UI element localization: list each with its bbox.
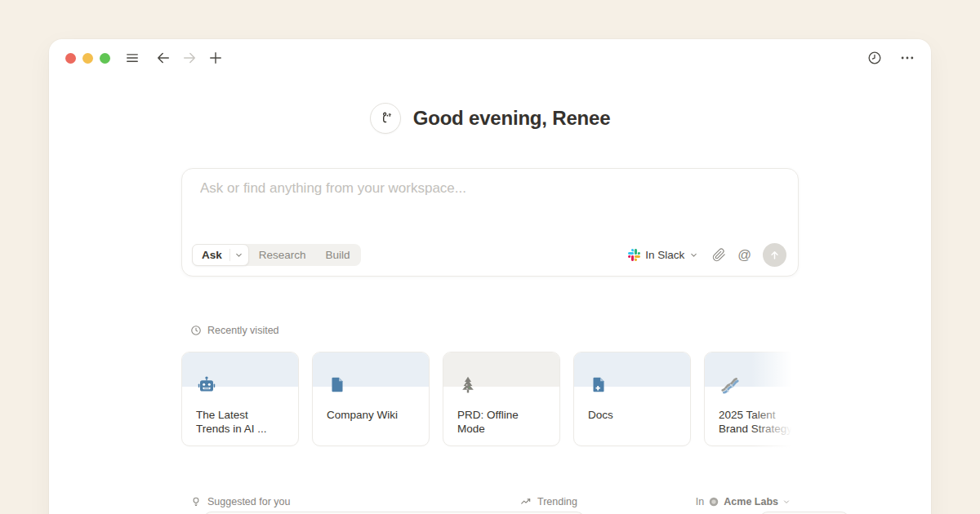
clock-icon: [190, 325, 202, 336]
page-title: Good evening, Renee: [413, 107, 611, 130]
card-company-wiki[interactable]: Company Wiki: [312, 352, 430, 446]
tree-icon: [458, 375, 478, 398]
ai-composer: Ask Research Build: [181, 168, 799, 277]
hamburger-menu-icon[interactable]: [123, 49, 141, 67]
composer-input[interactable]: [200, 180, 780, 233]
history-clock-icon[interactable]: [866, 49, 884, 67]
section-title: Recently visited: [207, 325, 279, 336]
composer-actions: In Slack @: [628, 243, 786, 267]
dna-icon: [719, 375, 741, 400]
card-title: Docs: [588, 409, 685, 423]
send-button[interactable]: [763, 243, 786, 267]
section-title: Trending: [537, 496, 577, 507]
trending-header: Trending: [520, 496, 577, 507]
composer-toolbar: Ask Research Build: [192, 243, 786, 267]
mode-build-button[interactable]: Build: [316, 244, 361, 266]
window-controls: [65, 53, 110, 64]
card-prd-offline-mode[interactable]: PRD: Offline Mode: [443, 352, 560, 446]
recently-visited-header: Recently visited: [190, 325, 279, 336]
workspace-name: Acme Labs: [724, 496, 778, 507]
mode-switcher: Ask Research Build: [192, 244, 361, 266]
mode-ask-button[interactable]: Ask: [192, 244, 249, 266]
close-window-button[interactable]: [65, 53, 76, 64]
workspace-badge-icon: [708, 496, 719, 507]
more-ellipsis-icon[interactable]: [898, 49, 916, 67]
minimize-window-button[interactable]: [82, 53, 93, 64]
chevron-down-icon: [689, 250, 698, 259]
context-source-selector[interactable]: In Slack: [628, 249, 698, 261]
document-plus-icon: [589, 375, 608, 398]
lightbulb-icon: [190, 496, 202, 507]
greeting-header: Good evening, Renee: [49, 103, 931, 134]
card-title: PRD: Offline Mode: [457, 409, 555, 436]
workspace-selector[interactable]: In Acme Labs: [696, 496, 791, 507]
robot-icon: [197, 375, 216, 398]
forward-arrow-icon[interactable]: [180, 49, 198, 67]
slack-icon: [628, 249, 640, 261]
card-2025-talent-brand-strategy[interactable]: 2025 Talent Brand Strategy: [704, 352, 799, 446]
card-title: Company Wiki: [327, 409, 424, 423]
attach-paperclip-icon[interactable]: [712, 248, 726, 262]
send-arrow-icon: [768, 249, 781, 261]
card-the-latest-trends-in-ai[interactable]: The Latest Trends in AI ...: [181, 352, 299, 446]
suggested-for-you-header: Suggested for you: [190, 496, 290, 507]
mode-research-button[interactable]: Research: [249, 244, 316, 266]
zoom-window-button[interactable]: [100, 53, 110, 64]
at-mention-icon[interactable]: @: [737, 247, 751, 263]
titlebar: [49, 39, 931, 77]
chevron-down-icon[interactable]: [230, 250, 248, 259]
recently-visited-cards: The Latest Trends in AI ... Company Wiki: [181, 352, 799, 448]
chevron-down-icon: [782, 498, 791, 506]
mode-ask-label: Ask: [193, 249, 229, 261]
notion-ai-face-icon: [370, 103, 401, 134]
section-title: Suggested for you: [207, 496, 290, 507]
footer-sections: Suggested for you Trending In Acme Labs: [181, 496, 799, 511]
card-title: 2025 Talent Brand Strategy: [719, 409, 799, 436]
back-arrow-icon[interactable]: [154, 49, 172, 67]
context-label: In Slack: [645, 249, 684, 261]
trending-icon: [520, 496, 532, 507]
workspace-prefix: In: [696, 496, 704, 507]
card-docs[interactable]: Docs: [573, 352, 691, 446]
document-icon: [327, 375, 347, 398]
app-window: Good evening, Renee Ask Research Build: [49, 39, 931, 514]
new-tab-plus-icon[interactable]: [207, 49, 225, 67]
card-title: The Latest Trends in AI ...: [196, 409, 293, 436]
